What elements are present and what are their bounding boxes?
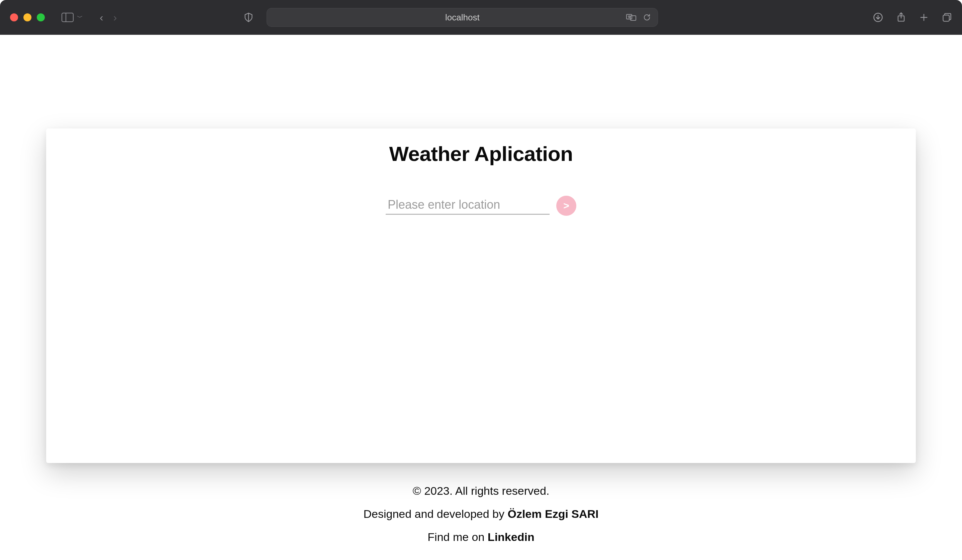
window-minimize-icon[interactable] [23,13,31,21]
share-icon[interactable] [896,12,906,23]
window-close-icon[interactable] [10,13,18,21]
address-bar-text: localhost [445,12,479,23]
downloads-icon[interactable] [873,12,883,23]
tab-overview-icon[interactable] [942,12,952,23]
new-tab-icon[interactable] [919,13,928,22]
chrome-right-icons [873,12,952,23]
reload-icon[interactable] [643,13,651,21]
sidebar-toggle-group: ﹀ [61,13,83,22]
address-bar-right-icons [626,13,651,21]
nav-arrows: ‹ › [100,11,117,24]
page-body: Weather Aplication > © 2023. All rights … [0,35,962,560]
findme-prefix: Find me on [428,531,488,543]
app-title: Weather Aplication [389,142,573,166]
window-maximize-icon[interactable] [37,13,45,21]
svg-rect-1 [626,15,632,19]
back-button[interactable]: ‹ [100,11,103,24]
findme-line: Find me on Linkedin [428,531,534,544]
designed-prefix: Designed and developed by [363,507,507,520]
privacy-shield-icon[interactable] [244,12,253,23]
browser-chrome: ﹀ ‹ › localhost [0,0,962,35]
linkedin-link[interactable]: Linkedin [488,531,534,543]
translate-icon[interactable] [626,13,636,21]
footer: © 2023. All rights reserved. Designed an… [363,484,599,544]
designed-by-line: Designed and developed by Özlem Ezgi SAR… [363,507,599,521]
submit-button[interactable]: > [556,196,576,216]
window-traffic-lights [10,13,45,21]
sidebar-toggle-icon[interactable] [61,13,74,22]
app-card: Weather Aplication > [46,129,916,463]
chevron-down-icon[interactable]: ﹀ [77,13,83,21]
location-input[interactable] [386,197,550,215]
forward-button: › [113,11,117,24]
svg-rect-2 [631,16,636,20]
copyright-text: © 2023. All rights reserved. [413,484,550,497]
address-bar[interactable]: localhost [266,8,658,27]
designer-name: Özlem Ezgi SARI [507,507,599,520]
search-row: > [386,196,576,216]
svg-rect-9 [943,15,949,21]
